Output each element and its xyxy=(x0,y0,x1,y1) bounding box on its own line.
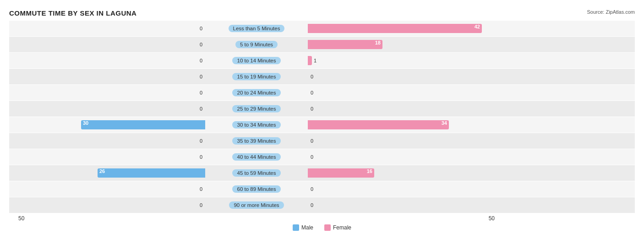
left-section: 0 xyxy=(9,53,206,68)
male-value: 0 xyxy=(200,202,202,208)
bar-label: 40 to 44 Minutes xyxy=(232,153,280,161)
right-section: 34 xyxy=(307,117,504,133)
bar-row: 0 25 to 29 Minutes 0 xyxy=(9,101,635,117)
left-section: 0 xyxy=(9,101,206,117)
bar-label: 90 or more Minutes xyxy=(229,201,284,209)
axis-left: 50 xyxy=(9,215,206,222)
legend-female-box xyxy=(324,224,331,231)
label-section: 30 to 34 Minutes xyxy=(206,117,307,133)
bar-label: 30 to 34 Minutes xyxy=(232,121,280,128)
male-value: 0 xyxy=(200,74,202,79)
bar-label: 20 to 24 Minutes xyxy=(232,89,280,96)
female-value: 42 xyxy=(475,24,480,29)
axis-right: 50 xyxy=(307,215,504,222)
right-section: 18 xyxy=(307,37,504,52)
female-value: 0 xyxy=(311,186,313,192)
label-section: 20 to 24 Minutes xyxy=(206,85,307,100)
label-section: 40 to 44 Minutes xyxy=(206,149,307,165)
left-section: 0 xyxy=(9,197,206,213)
male-value: 0 xyxy=(200,26,202,31)
male-value: 0 xyxy=(200,90,202,95)
legend-row: Male Female xyxy=(9,224,635,231)
female-value: 0 xyxy=(311,90,313,95)
axis-row: 50 50 xyxy=(9,215,635,222)
female-value: 0 xyxy=(311,154,313,160)
male-value: 0 xyxy=(200,58,202,63)
female-value: 0 xyxy=(311,202,313,208)
label-section: 25 to 29 Minutes xyxy=(206,101,307,117)
label-section: 10 to 14 Minutes xyxy=(206,53,307,68)
bar-row: 30 30 to 34 Minutes 34 xyxy=(9,117,635,133)
female-value: 0 xyxy=(311,138,313,144)
female-value: 16 xyxy=(367,168,372,174)
bar-row: 0 15 to 19 Minutes 0 xyxy=(9,69,635,84)
legend-male-label: Male xyxy=(301,224,313,231)
female-value: 0 xyxy=(311,106,313,112)
label-section: 15 to 19 Minutes xyxy=(206,69,307,84)
legend-female: Female xyxy=(324,224,351,231)
right-section: 42 xyxy=(307,21,504,36)
left-section: 0 xyxy=(9,37,206,52)
male-bar: 30 xyxy=(81,120,205,129)
male-value: 0 xyxy=(200,154,202,160)
right-section: 0 xyxy=(307,85,504,100)
right-section: 0 xyxy=(307,69,504,84)
source-label: Source: ZipAtlas.com xyxy=(587,9,635,15)
female-value: 0 xyxy=(311,74,313,79)
male-value: 0 xyxy=(200,106,202,112)
left-section: 0 xyxy=(9,133,206,149)
male-value: 30 xyxy=(83,120,88,126)
left-section: 0 xyxy=(9,85,206,100)
chart-area: 0 Less than 5 Minutes 42 0 5 to 9 Minute… xyxy=(9,21,635,213)
bar-row: 0 40 to 44 Minutes 0 xyxy=(9,149,635,165)
female-value: 1 xyxy=(314,58,317,63)
label-section: 60 to 89 Minutes xyxy=(206,181,307,197)
bar-label: 10 to 14 Minutes xyxy=(232,57,280,64)
label-section: 35 to 39 Minutes xyxy=(206,133,307,149)
female-value: 18 xyxy=(375,40,381,45)
male-bar: 26 xyxy=(98,168,205,178)
female-value: 34 xyxy=(442,120,447,126)
chart-container: COMMUTE TIME BY SEX IN LAGUNA Source: Zi… xyxy=(0,0,644,240)
left-section: 0 xyxy=(9,181,206,197)
bar-row: 0 20 to 24 Minutes 0 xyxy=(9,85,635,100)
label-section: 5 to 9 Minutes xyxy=(206,37,307,52)
bar-label: 45 to 59 Minutes xyxy=(232,169,280,177)
male-value: 0 xyxy=(200,186,202,192)
right-section: 0 xyxy=(307,197,504,213)
right-section: 16 xyxy=(307,165,504,181)
bar-label: 15 to 19 Minutes xyxy=(232,73,280,80)
bar-label: Less than 5 Minutes xyxy=(229,25,285,32)
male-value: 0 xyxy=(200,138,202,144)
female-bar: 18 xyxy=(308,40,382,49)
female-bar: 16 xyxy=(308,168,374,178)
bar-row: 26 45 to 59 Minutes 16 xyxy=(9,165,635,181)
female-bar: 34 xyxy=(308,120,449,129)
label-section: 90 or more Minutes xyxy=(206,197,307,213)
bar-label: 60 to 89 Minutes xyxy=(232,185,280,193)
bar-label: 5 to 9 Minutes xyxy=(235,41,278,48)
legend-female-label: Female xyxy=(333,224,351,231)
label-section: Less than 5 Minutes xyxy=(206,21,307,36)
right-section: 0 xyxy=(307,181,504,197)
bar-row: 0 10 to 14 Minutes 1 xyxy=(9,53,635,68)
chart-title: COMMUTE TIME BY SEX IN LAGUNA xyxy=(9,9,635,17)
left-section: 0 xyxy=(9,21,206,36)
female-bar: 42 xyxy=(308,24,482,33)
bar-label: 25 to 29 Minutes xyxy=(232,105,280,112)
right-section: 0 xyxy=(307,101,504,117)
legend-male-box xyxy=(293,224,299,231)
bar-row: 0 Less than 5 Minutes 42 xyxy=(9,21,635,36)
female-bar xyxy=(308,56,312,65)
left-section: 30 xyxy=(9,117,206,133)
male-value: 0 xyxy=(200,42,202,47)
right-section: 0 xyxy=(307,133,504,149)
left-section: 26 xyxy=(9,165,206,181)
label-section: 45 to 59 Minutes xyxy=(206,165,307,181)
male-value: 26 xyxy=(99,168,105,174)
bar-row: 0 90 or more Minutes 0 xyxy=(9,197,635,213)
legend-male: Male xyxy=(293,224,313,231)
right-section: 0 xyxy=(307,149,504,165)
left-section: 0 xyxy=(9,69,206,84)
right-section: 1 xyxy=(307,53,504,68)
